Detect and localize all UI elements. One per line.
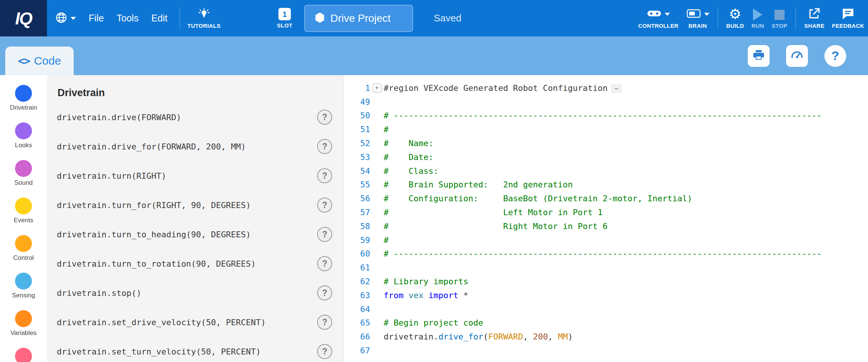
command-help-button[interactable]: ? <box>317 139 332 154</box>
project-name-button[interactable]: Drive Project <box>304 5 413 32</box>
code-token: # Name: <box>384 139 433 148</box>
code-line-63[interactable]: 63from vex import * <box>347 288 868 302</box>
command-text[interactable]: drivetrain.turn(RIGHT) <box>57 171 166 181</box>
editor-toolbar: ? <box>748 45 846 67</box>
sidebar-category-sensing[interactable]: Sensing <box>0 273 47 299</box>
sidebar-category-control[interactable]: Control <box>0 235 47 262</box>
command-help-button[interactable]: ? <box>317 227 332 242</box>
code-text: #region VEXcode Generated Robot Configur… <box>384 83 622 93</box>
code-line-65[interactable]: 65# Begin project code <box>347 316 868 330</box>
language-menu-button[interactable] <box>55 12 76 25</box>
code-line-53[interactable]: 53# Date: <box>347 150 868 164</box>
controller-button[interactable]: CONTROLLER <box>638 8 679 29</box>
category-label: Events <box>14 217 33 224</box>
line-number: 49 <box>347 97 370 107</box>
command-text[interactable]: drivetrain.turn_for(RIGHT, 90, DEGREES) <box>57 201 251 210</box>
line-number: 54 <box>347 166 370 176</box>
play-icon <box>753 9 762 21</box>
sidebar-category-looks[interactable]: Looks <box>0 122 47 149</box>
build-button[interactable]: ⚙ BUILD <box>726 8 744 29</box>
print-button[interactable] <box>748 45 770 67</box>
code-line-58[interactable]: 58# Right Motor in Port 6 <box>347 219 868 233</box>
tab-code[interactable]: <> Code <box>5 47 74 75</box>
command-help-button[interactable]: ? <box>317 285 332 300</box>
command-text[interactable]: drivetrain.set_turn_velocity(50, PERCENT… <box>57 347 261 356</box>
command-row: drivetrain.turn_for(RIGHT, 90, DEGREES)? <box>57 190 334 220</box>
panel-title: Drivetrain <box>57 87 334 99</box>
code-line-52[interactable]: 52# Name: <box>347 136 868 150</box>
code-line-55[interactable]: 55# Brain Supported: 2nd generation <box>347 178 868 192</box>
code-line-49[interactable]: 49 <box>347 95 868 109</box>
category-circle[interactable] <box>15 310 32 327</box>
category-circle[interactable] <box>15 122 32 139</box>
brain-button[interactable]: BRAIN <box>686 8 709 29</box>
code-line-50[interactable]: 50# ------------------------------------… <box>347 109 868 123</box>
category-circle[interactable] <box>15 85 32 102</box>
code-line-59[interactable]: 59# <box>347 233 868 247</box>
command-row: drivetrain.stop()? <box>57 278 334 308</box>
category-circle[interactable] <box>15 348 32 362</box>
category-circle[interactable] <box>15 273 32 290</box>
vexcode-iq-app: IQ File Tools Edit <box>0 0 868 362</box>
category-list: DrivetrainLooksSoundEventsControlSensing… <box>0 75 47 362</box>
sidebar-category-sound[interactable]: Sound <box>0 160 47 187</box>
code-token: , <box>523 332 533 341</box>
command-text[interactable]: drivetrain.turn_to_rotation(90, DEGREES) <box>57 259 256 268</box>
code-line-1[interactable]: 1+#region VEXcode Generated Robot Config… <box>347 81 868 95</box>
command-text[interactable]: drivetrain.drive(FORWARD) <box>57 113 181 122</box>
menu-tools[interactable]: Tools <box>116 13 138 24</box>
category-circle[interactable] <box>15 235 32 252</box>
sidebar-category-events[interactable]: Events <box>0 198 47 224</box>
slot-label: SLOT <box>277 22 292 29</box>
code-line-61[interactable]: 61 <box>347 261 868 275</box>
folded-region-ellipsis[interactable]: ⋯ <box>611 84 622 93</box>
category-label: Sound <box>14 179 33 187</box>
code-text: # Date: <box>384 152 433 162</box>
category-circle[interactable] <box>15 160 32 177</box>
command-text[interactable]: drivetrain.stop() <box>57 288 141 298</box>
line-number: 60 <box>347 249 370 258</box>
code-line-66[interactable]: 66drivetrain.drive_for(FORWARD, 200, MM) <box>347 330 868 344</box>
menu-edit[interactable]: Edit <box>151 13 168 24</box>
command-help-button[interactable]: ? <box>317 198 332 213</box>
help-button[interactable]: ? <box>824 45 846 67</box>
topbar-right-group: CONTROLLER BRAIN ⚙ BUILD <box>638 8 868 29</box>
slot-button[interactable]: 1 SLOT <box>277 8 292 29</box>
code-line-60[interactable]: 60# ------------------------------------… <box>347 247 868 261</box>
code-line-67[interactable]: 67 <box>347 344 868 357</box>
share-button[interactable]: SHARE <box>804 8 824 29</box>
run-button[interactable]: RUN <box>752 8 764 29</box>
command-help-button[interactable]: ? <box>317 110 332 125</box>
category-circle[interactable] <box>15 198 32 214</box>
brain-label: BRAIN <box>688 23 707 29</box>
tutorials-button[interactable]: TUTORIALS <box>188 8 221 29</box>
fold-expand-icon[interactable]: + <box>373 84 381 92</box>
code-text: # <box>384 125 389 134</box>
code-line-57[interactable]: 57# Left Motor in Port 1 <box>347 205 868 219</box>
command-text[interactable]: drivetrain.turn_to_heading(90, DEGREES) <box>57 230 251 239</box>
command-row: drivetrain.drive_for(FORWARD, 200, MM)? <box>57 132 334 161</box>
code-line-54[interactable]: 54# Class: <box>347 164 868 178</box>
sidebar-category-more[interactable] <box>0 348 47 362</box>
command-help-button[interactable]: ? <box>317 344 332 359</box>
feedback-button[interactable]: FEEDBACK <box>832 8 864 29</box>
command-text[interactable]: drivetrain.set_drive_velocity(50, PERCEN… <box>57 318 266 327</box>
code-line-64[interactable]: 64 <box>347 302 868 316</box>
stop-button[interactable]: STOP <box>771 8 787 29</box>
command-help-button[interactable]: ? <box>317 168 332 183</box>
code-text: # Library imports <box>384 277 468 286</box>
code-line-62[interactable]: 62# Library imports <box>347 275 868 288</box>
fold-gutter[interactable]: + <box>370 84 384 92</box>
command-help-button[interactable]: ? <box>317 256 332 271</box>
command-text[interactable]: drivetrain.drive_for(FORWARD, 200, MM) <box>57 142 246 151</box>
code-editor[interactable]: 1+#region VEXcode Generated Robot Config… <box>344 75 868 362</box>
command-help-button[interactable]: ? <box>317 315 332 330</box>
menu-file[interactable]: File <box>89 13 104 24</box>
code-text: # Right Motor in Port 6 <box>384 222 608 231</box>
device-dashboard-button[interactable] <box>786 45 808 67</box>
question-mark-icon: ? <box>832 48 839 63</box>
sidebar-category-drivetrain[interactable]: Drivetrain <box>0 85 47 112</box>
code-line-56[interactable]: 56# Configuration: BaseBot (Drivetrain 2… <box>347 192 868 205</box>
sidebar-category-variables[interactable]: Variables <box>0 310 47 337</box>
code-line-51[interactable]: 51# <box>347 122 868 136</box>
